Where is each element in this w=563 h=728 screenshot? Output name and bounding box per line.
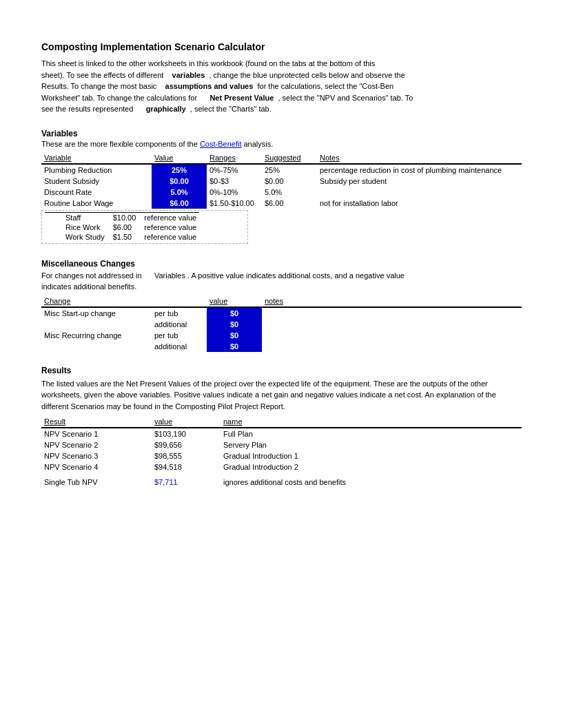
var-name: Plumbing Reduction (41, 164, 152, 176)
var-range: 0%-75% (207, 164, 262, 176)
misc-startup-pertub-row: Misc Start-up change per tub $0 (41, 307, 522, 319)
result-row: NPV Scenario 3 $98,555 Gradual Introduct… (41, 450, 522, 461)
ref-staff-row: Staff $10.00 reference value (45, 212, 199, 222)
variables-section: Variables These are the more flexible co… (41, 129, 522, 247)
var-note: Subsidy per student (317, 176, 522, 187)
single-tub-label: Single Tub NPV (41, 472, 152, 488)
var-note: percentage reduction in cost of plumbing… (317, 164, 522, 176)
var-range: $0-$3 (207, 176, 262, 187)
misc-startup-pertub-value[interactable]: $0 (207, 307, 262, 319)
result-value: $99,656 (152, 439, 221, 450)
ref-staff-name: Staff (45, 212, 108, 222)
table-row: Plumbing Reduction 25% 0%-75% 25% percen… (41, 164, 522, 176)
var-value[interactable]: $6.00 (152, 198, 207, 209)
ref-staff-value: $10.00 (108, 212, 142, 222)
misc-recurring-additional-value[interactable]: $0 (207, 341, 262, 352)
col-name: name (221, 416, 522, 428)
var-name: Routine Labor Wage (41, 198, 152, 209)
table-row: Routine Labor Wage $6.00 $1.50-$10.00 $6… (41, 198, 522, 209)
var-range: $1.50-$10.00 (207, 198, 262, 209)
misc-recurring-additional: additional (152, 341, 207, 352)
var-value[interactable]: $0.00 (152, 176, 207, 187)
page-title: Composting Implementation Scenario Calcu… (41, 41, 522, 52)
misc-recurring-label: Misc Recurring change (41, 330, 152, 341)
ref-ricework-label: reference value (141, 222, 199, 232)
result-value: $103,190 (152, 428, 221, 439)
misc-recurring-pertub-value[interactable]: $0 (207, 330, 262, 341)
var-suggested: 5.0% (262, 187, 317, 198)
var-note (317, 187, 522, 198)
result-label: NPV Scenario 3 (41, 450, 152, 461)
col-change: Change (41, 295, 152, 307)
col-value: value (207, 295, 262, 307)
single-tub-note: ignores additional costs and benefits (221, 472, 522, 488)
result-name: Gradual Introduction 2 (221, 461, 522, 472)
single-tub-row: Single Tub NPV $7,711 ignores additional… (41, 472, 522, 488)
col-value: value (152, 416, 221, 428)
results-title: Results (41, 366, 522, 375)
misc-startup-additional-row: additional $0 (41, 319, 522, 330)
ref-row: Staff $10.00 reference value Rice Work $… (41, 209, 522, 247)
var-note: not for installation labor (317, 198, 522, 209)
single-tub-value: $7,711 (152, 472, 221, 488)
misc-section: Miscellaneous Changes For changes not ad… (41, 259, 522, 352)
ref-ricework-name: Rice Work (45, 222, 108, 232)
result-name: Gradual Introduction 1 (221, 450, 522, 461)
misc-desc: For changes not addressed in Variables .… (41, 270, 522, 293)
table-row: Student Subsidy $0.00 $0-$3 $0.00 Subsid… (41, 176, 522, 187)
misc-recurring-pertub-row: Misc Recurring change per tub $0 (41, 330, 522, 341)
misc-startup-notes2 (262, 319, 522, 330)
ref-ricework-row: Rice Work $6.00 reference value (45, 222, 199, 232)
var-value[interactable]: 25% (152, 164, 207, 176)
var-suggested: $0.00 (262, 176, 317, 187)
var-range: 0%-10% (207, 187, 262, 198)
misc-table: Change value notes Misc Start-up change … (41, 295, 522, 352)
col-ranges: Ranges (207, 152, 262, 164)
ref-workstudy-label: reference value (141, 232, 199, 242)
results-header-row: Result value name (41, 416, 522, 428)
col-result: Result (41, 416, 152, 428)
variables-desc: These are the more flexible components o… (41, 140, 522, 148)
misc-recurring-additional-row: additional $0 (41, 341, 522, 352)
results-desc: The listed values are the Net Present Va… (41, 378, 522, 413)
misc-title: Miscellaneous Changes (41, 259, 522, 269)
var-suggested: $6.00 (262, 198, 317, 209)
col-notes: notes (262, 295, 522, 307)
misc-startup-additional-value[interactable]: $0 (207, 319, 262, 330)
results-table: Result value name NPV Scenario 1 $103,19… (41, 416, 522, 488)
intro-text: This sheet is linked to the other worksh… (41, 58, 522, 115)
col-notes: Notes (317, 152, 522, 164)
result-row: NPV Scenario 2 $99,656 Servery Plan (41, 439, 522, 450)
misc-recurring-notes2 (262, 341, 522, 352)
variables-table: Variable Value Ranges Suggested Notes Pl… (41, 152, 522, 247)
var-name: Discount Rate (41, 187, 152, 198)
var-value[interactable]: 5.0% (152, 187, 207, 198)
misc-startup-additional: additional (152, 319, 207, 330)
ref-workstudy-value: $1.50 (108, 232, 142, 242)
ref-staff-label: reference value (141, 212, 199, 222)
result-label: NPV Scenario 2 (41, 439, 152, 450)
ref-ricework-value: $6.00 (108, 222, 142, 232)
result-label: NPV Scenario 4 (41, 461, 152, 472)
misc-header-row: Change value notes (41, 295, 522, 307)
col-variable: Variable (41, 152, 152, 164)
col-value: Value (152, 152, 207, 164)
misc-startup-notes (262, 307, 522, 319)
misc-recurring-notes (262, 330, 522, 341)
result-value: $94,518 (152, 461, 221, 472)
variables-title: Variables (41, 129, 522, 138)
misc-startup-pertub: per tub (152, 307, 207, 319)
result-value: $98,555 (152, 450, 221, 461)
col-suggested: Suggested (262, 152, 317, 164)
table-row: Discount Rate 5.0% 0%-10% 5.0% (41, 187, 522, 198)
ref-workstudy-name: Work Study (45, 232, 108, 242)
var-suggested: 25% (262, 164, 317, 176)
col-sub (152, 295, 207, 307)
result-row: NPV Scenario 4 $94,518 Gradual Introduct… (41, 461, 522, 472)
variables-header-row: Variable Value Ranges Suggested Notes (41, 152, 522, 164)
result-row: NPV Scenario 1 $103,190 Full Plan (41, 428, 522, 439)
misc-startup-label: Misc Start-up change (41, 307, 152, 319)
misc-startup-label2 (41, 319, 152, 330)
result-name: Full Plan (221, 428, 522, 439)
ref-workstudy-row: Work Study $1.50 reference value (45, 232, 199, 242)
